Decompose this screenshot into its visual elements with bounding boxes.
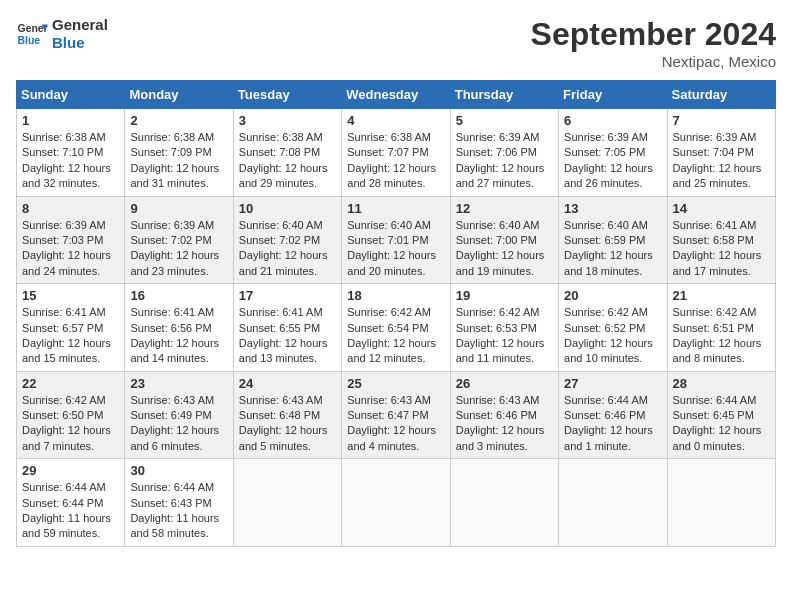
day-number: 4 [347,113,444,128]
day-number: 6 [564,113,661,128]
cell-info: Sunrise: 6:44 AMSunset: 6:44 PMDaylight:… [22,480,119,542]
day-number: 18 [347,288,444,303]
day-number: 25 [347,376,444,391]
logo-blue: Blue [52,34,108,52]
cell-info: Sunrise: 6:38 AMSunset: 7:09 PMDaylight:… [130,130,227,192]
day-number: 20 [564,288,661,303]
week-row-4: 22Sunrise: 6:42 AMSunset: 6:50 PMDayligh… [17,371,776,459]
day-number: 26 [456,376,553,391]
header-cell-wednesday: Wednesday [342,81,450,109]
day-number: 14 [673,201,770,216]
logo: General Blue General Blue [16,16,108,52]
week-row-3: 15Sunrise: 6:41 AMSunset: 6:57 PMDayligh… [17,284,776,372]
calendar-cell [559,459,667,547]
day-number: 24 [239,376,336,391]
calendar-cell: 1Sunrise: 6:38 AMSunset: 7:10 PMDaylight… [17,109,125,197]
day-number: 5 [456,113,553,128]
cell-info: Sunrise: 6:43 AMSunset: 6:46 PMDaylight:… [456,393,553,455]
week-row-5: 29Sunrise: 6:44 AMSunset: 6:44 PMDayligh… [17,459,776,547]
cell-info: Sunrise: 6:40 AMSunset: 7:02 PMDaylight:… [239,218,336,280]
cell-info: Sunrise: 6:39 AMSunset: 7:02 PMDaylight:… [130,218,227,280]
calendar-cell: 14Sunrise: 6:41 AMSunset: 6:58 PMDayligh… [667,196,775,284]
calendar-cell: 15Sunrise: 6:41 AMSunset: 6:57 PMDayligh… [17,284,125,372]
cell-info: Sunrise: 6:40 AMSunset: 6:59 PMDaylight:… [564,218,661,280]
calendar-cell [342,459,450,547]
calendar-cell: 23Sunrise: 6:43 AMSunset: 6:49 PMDayligh… [125,371,233,459]
calendar-cell: 12Sunrise: 6:40 AMSunset: 7:00 PMDayligh… [450,196,558,284]
calendar-cell: 27Sunrise: 6:44 AMSunset: 6:46 PMDayligh… [559,371,667,459]
header-cell-saturday: Saturday [667,81,775,109]
day-number: 3 [239,113,336,128]
cell-info: Sunrise: 6:44 AMSunset: 6:45 PMDaylight:… [673,393,770,455]
calendar-cell: 25Sunrise: 6:43 AMSunset: 6:47 PMDayligh… [342,371,450,459]
cell-info: Sunrise: 6:44 AMSunset: 6:46 PMDaylight:… [564,393,661,455]
day-number: 17 [239,288,336,303]
cell-info: Sunrise: 6:43 AMSunset: 6:47 PMDaylight:… [347,393,444,455]
calendar-cell: 19Sunrise: 6:42 AMSunset: 6:53 PMDayligh… [450,284,558,372]
day-number: 1 [22,113,119,128]
cell-info: Sunrise: 6:39 AMSunset: 7:06 PMDaylight:… [456,130,553,192]
cell-info: Sunrise: 6:41 AMSunset: 6:58 PMDaylight:… [673,218,770,280]
cell-info: Sunrise: 6:38 AMSunset: 7:07 PMDaylight:… [347,130,444,192]
cell-info: Sunrise: 6:43 AMSunset: 6:49 PMDaylight:… [130,393,227,455]
calendar-cell: 20Sunrise: 6:42 AMSunset: 6:52 PMDayligh… [559,284,667,372]
calendar-cell: 6Sunrise: 6:39 AMSunset: 7:05 PMDaylight… [559,109,667,197]
cell-info: Sunrise: 6:44 AMSunset: 6:43 PMDaylight:… [130,480,227,542]
calendar-cell: 18Sunrise: 6:42 AMSunset: 6:54 PMDayligh… [342,284,450,372]
day-number: 29 [22,463,119,478]
header-row: SundayMondayTuesdayWednesdayThursdayFrid… [17,81,776,109]
cell-info: Sunrise: 6:41 AMSunset: 6:55 PMDaylight:… [239,305,336,367]
day-number: 12 [456,201,553,216]
logo-icon: General Blue [16,18,48,50]
calendar-cell: 3Sunrise: 6:38 AMSunset: 7:08 PMDaylight… [233,109,341,197]
cell-info: Sunrise: 6:42 AMSunset: 6:52 PMDaylight:… [564,305,661,367]
cell-info: Sunrise: 6:39 AMSunset: 7:05 PMDaylight:… [564,130,661,192]
day-number: 11 [347,201,444,216]
calendar-cell: 10Sunrise: 6:40 AMSunset: 7:02 PMDayligh… [233,196,341,284]
calendar-cell: 13Sunrise: 6:40 AMSunset: 6:59 PMDayligh… [559,196,667,284]
cell-info: Sunrise: 6:38 AMSunset: 7:10 PMDaylight:… [22,130,119,192]
header-cell-thursday: Thursday [450,81,558,109]
calendar-cell: 16Sunrise: 6:41 AMSunset: 6:56 PMDayligh… [125,284,233,372]
calendar-cell: 9Sunrise: 6:39 AMSunset: 7:02 PMDaylight… [125,196,233,284]
day-number: 7 [673,113,770,128]
logo-general: General [52,16,108,34]
cell-info: Sunrise: 6:42 AMSunset: 6:54 PMDaylight:… [347,305,444,367]
calendar-cell: 28Sunrise: 6:44 AMSunset: 6:45 PMDayligh… [667,371,775,459]
header-cell-friday: Friday [559,81,667,109]
day-number: 22 [22,376,119,391]
day-number: 30 [130,463,227,478]
location: Nextipac, Mexico [531,53,776,70]
svg-text:Blue: Blue [18,35,41,46]
header: General Blue General Blue September 2024… [16,16,776,70]
calendar-cell: 2Sunrise: 6:38 AMSunset: 7:09 PMDaylight… [125,109,233,197]
header-cell-tuesday: Tuesday [233,81,341,109]
header-cell-sunday: Sunday [17,81,125,109]
calendar-cell: 5Sunrise: 6:39 AMSunset: 7:06 PMDaylight… [450,109,558,197]
cell-info: Sunrise: 6:42 AMSunset: 6:53 PMDaylight:… [456,305,553,367]
day-number: 28 [673,376,770,391]
day-number: 19 [456,288,553,303]
day-number: 8 [22,201,119,216]
title-area: September 2024 Nextipac, Mexico [531,16,776,70]
week-row-1: 1Sunrise: 6:38 AMSunset: 7:10 PMDaylight… [17,109,776,197]
calendar-cell [667,459,775,547]
calendar-cell: 4Sunrise: 6:38 AMSunset: 7:07 PMDaylight… [342,109,450,197]
day-number: 15 [22,288,119,303]
calendar-cell: 24Sunrise: 6:43 AMSunset: 6:48 PMDayligh… [233,371,341,459]
day-number: 2 [130,113,227,128]
cell-info: Sunrise: 6:39 AMSunset: 7:03 PMDaylight:… [22,218,119,280]
cell-info: Sunrise: 6:40 AMSunset: 7:00 PMDaylight:… [456,218,553,280]
day-number: 13 [564,201,661,216]
calendar-cell: 29Sunrise: 6:44 AMSunset: 6:44 PMDayligh… [17,459,125,547]
month-title: September 2024 [531,16,776,53]
cell-info: Sunrise: 6:43 AMSunset: 6:48 PMDaylight:… [239,393,336,455]
cell-info: Sunrise: 6:42 AMSunset: 6:51 PMDaylight:… [673,305,770,367]
calendar-cell: 22Sunrise: 6:42 AMSunset: 6:50 PMDayligh… [17,371,125,459]
calendar-cell: 8Sunrise: 6:39 AMSunset: 7:03 PMDaylight… [17,196,125,284]
day-number: 9 [130,201,227,216]
calendar-cell: 7Sunrise: 6:39 AMSunset: 7:04 PMDaylight… [667,109,775,197]
calendar-cell: 11Sunrise: 6:40 AMSunset: 7:01 PMDayligh… [342,196,450,284]
day-number: 21 [673,288,770,303]
header-cell-monday: Monday [125,81,233,109]
